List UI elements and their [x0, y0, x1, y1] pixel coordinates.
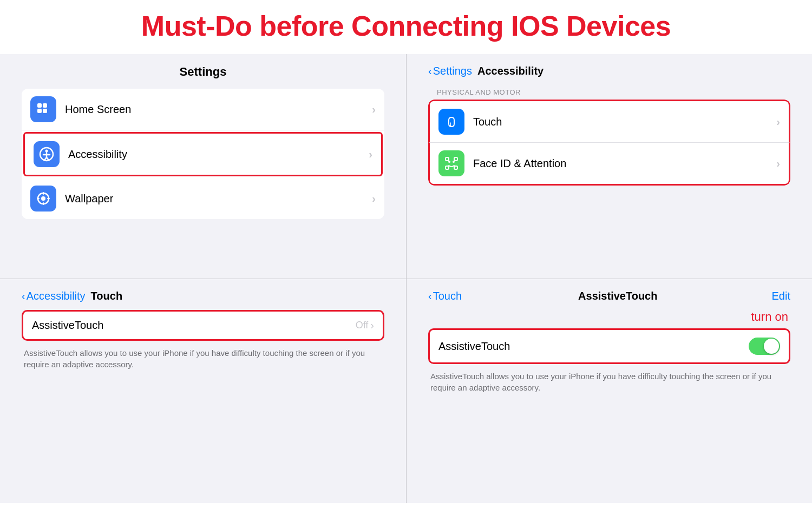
svg-rect-3 — [43, 109, 47, 113]
accessibility-icon — [34, 141, 60, 167]
off-text: Off — [356, 320, 369, 331]
accessibility-nav-header: ‹ Settings Accessibility — [428, 65, 790, 77]
accessibility-chevron: › — [369, 148, 372, 161]
assistive-touch-nav-header: ‹ Touch AssistiveTouch Edit — [428, 290, 790, 302]
home-screen-icon — [30, 96, 56, 122]
touch-label: Touch — [473, 116, 776, 128]
accessibility-panel: ‹ Settings Accessibility PHYSICAL AND MO… — [406, 54, 812, 279]
accessibility-label: Accessibility — [68, 148, 369, 161]
accessibility-back-button[interactable]: ‹ Accessibility — [22, 290, 86, 302]
wallpaper-label: Wallpaper — [65, 193, 372, 205]
touch-icon — [438, 109, 464, 135]
touch-back-button[interactable]: ‹ Touch — [428, 290, 462, 302]
face-id-icon — [438, 150, 464, 176]
settings-back-button[interactable]: ‹ Settings — [428, 65, 472, 77]
face-id-label: Face ID & Attention — [473, 157, 776, 170]
touch-chevron: › — [776, 116, 780, 128]
svg-rect-19 — [454, 166, 457, 169]
accessibility-title: Accessibility — [477, 65, 543, 77]
physical-motor-list: Touch › Face ID & Attention — [428, 100, 790, 186]
svg-point-11 — [41, 196, 45, 201]
at-title: AssistiveTouch — [578, 290, 657, 302]
touch-nav-header: ‹ Accessibility Touch — [22, 290, 384, 302]
off-arrow: › — [370, 319, 374, 332]
assistive-touch-label: AssistiveTouch — [32, 319, 356, 332]
physical-motor-section: PHYSICAL AND MOTOR — [428, 85, 790, 100]
touch-item[interactable]: Touch › — [428, 100, 790, 142]
settings-panel: Settings Home Screen › — [0, 54, 406, 279]
face-id-item[interactable]: Face ID & Attention › — [428, 142, 790, 186]
settings-list: Home Screen › Accessibility › — [22, 89, 384, 219]
assistive-touch-description: AssistiveTouch allows you to use your iP… — [22, 347, 384, 370]
svg-rect-2 — [37, 109, 42, 113]
settings-item-home-screen[interactable]: Home Screen › — [22, 89, 384, 130]
touch-panel: ‹ Accessibility Touch AssistiveTouch Off… — [0, 279, 406, 503]
home-screen-chevron: › — [372, 103, 376, 116]
assistive-touch-toggle[interactable] — [749, 338, 780, 355]
svg-rect-1 — [43, 103, 47, 108]
at-back-label: Touch — [433, 290, 462, 302]
svg-rect-16 — [446, 157, 449, 161]
back-label: Settings — [433, 65, 472, 77]
svg-line-9 — [47, 157, 49, 160]
svg-rect-17 — [454, 157, 457, 161]
wallpaper-icon — [30, 186, 56, 211]
svg-rect-0 — [37, 103, 42, 108]
home-screen-label: Home Screen — [65, 103, 372, 116]
off-chevron: Off › — [356, 319, 374, 332]
edit-button[interactable]: Edit — [772, 290, 790, 302]
svg-point-21 — [453, 161, 455, 163]
assistive-touch-on-row[interactable]: AssistiveTouch — [428, 328, 790, 364]
assistive-touch-off-row[interactable]: AssistiveTouch Off › — [22, 310, 384, 341]
at-description: AssistiveTouch allows you to use your iP… — [428, 371, 790, 393]
assistive-touch-panel: ‹ Touch AssistiveTouch Edit turn on Assi… — [406, 279, 812, 503]
touch-back-label: Accessibility — [27, 290, 86, 302]
turn-on-label: turn on — [428, 310, 790, 324]
face-id-chevron: › — [776, 157, 780, 170]
settings-item-wallpaper[interactable]: Wallpaper › — [22, 178, 384, 219]
settings-header: Settings — [22, 65, 384, 83]
page-title: Must-Do before Connecting IOS Devices — [0, 0, 812, 54]
at-label: AssistiveTouch — [438, 340, 749, 353]
wallpaper-chevron: › — [372, 193, 376, 205]
svg-point-20 — [448, 161, 450, 163]
settings-item-accessibility[interactable]: Accessibility › — [23, 132, 383, 176]
svg-rect-18 — [446, 166, 449, 169]
touch-title: Touch — [91, 290, 123, 302]
